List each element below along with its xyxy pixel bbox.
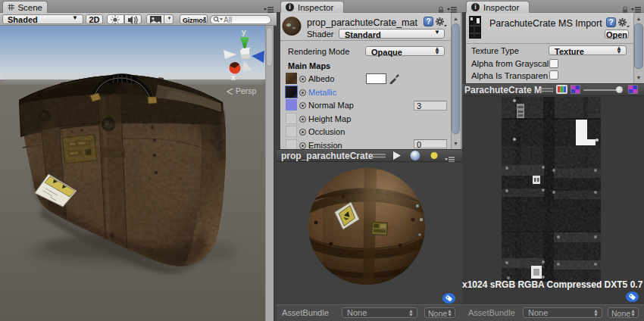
svg-text:x1024 sRGB RGBA Compressed DX: x1024 sRGB RGBA Compressed DXT5 0.7 bbox=[462, 279, 643, 290]
svg-text:y: y bbox=[242, 28, 246, 36]
svg-text:Persp: Persp bbox=[236, 86, 257, 95]
svg-text:x: x bbox=[231, 73, 236, 82]
